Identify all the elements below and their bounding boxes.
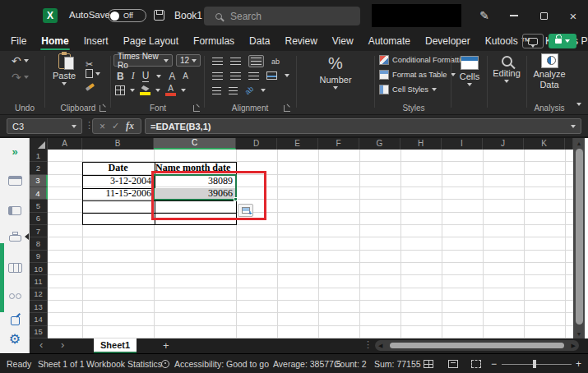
underline-button[interactable]: U [142, 70, 150, 82]
cell-b4[interactable]: 11-15-2006 [82, 187, 151, 200]
maximize-button[interactable] [530, 0, 558, 31]
col-header-d[interactable]: D [236, 138, 277, 150]
font-name-select[interactable]: Times New Ro [113, 54, 173, 67]
tab-file[interactable]: File [3, 31, 34, 51]
prev-sheet-button[interactable]: ‹ [39, 338, 43, 353]
enter-formula-button[interactable]: ✓ [112, 121, 119, 131]
scroll-up-icon[interactable]: ▲ [573, 138, 585, 148]
merge-center-menu[interactable] [285, 74, 289, 77]
close-button[interactable]: × [559, 0, 587, 31]
clipboard-dialog-launcher[interactable] [100, 105, 106, 112]
align-center-button[interactable] [230, 72, 241, 80]
next-sheet-button[interactable]: › [61, 338, 64, 353]
middle-align-button[interactable] [230, 58, 241, 65]
cells-button[interactable]: Cells [453, 56, 486, 86]
borders-menu[interactable] [130, 89, 135, 92]
autofill-options-button[interactable] [238, 204, 253, 217]
top-align-button[interactable] [212, 58, 223, 65]
grow-font-button[interactable]: A [169, 71, 175, 82]
pane-scroll-indicator[interactable] [0, 243, 4, 312]
insert-function-button[interactable]: fx [126, 120, 134, 132]
scroll-right-icon[interactable]: ▶ [572, 343, 576, 349]
gear-icon[interactable]: ⚙ [5, 329, 25, 348]
vertical-scrollbar[interactable]: ▲ ▼ [573, 138, 585, 338]
tab-automate[interactable]: Automate [361, 31, 418, 51]
name-box[interactable]: C3 [7, 118, 82, 134]
tab-developer[interactable]: Developer [418, 31, 478, 51]
fill-color-menu[interactable] [155, 89, 160, 92]
column-list-icon[interactable] [5, 258, 25, 278]
cell-styles-button[interactable]: Cell Styles [379, 85, 437, 94]
accessibility-status[interactable]: Accessibility: Good to go [174, 354, 269, 373]
tab-page-layout[interactable]: Page Layout [116, 31, 186, 51]
col-header-j[interactable]: J [483, 138, 524, 150]
col-header-e[interactable]: E [277, 138, 318, 150]
search-input[interactable]: Search [204, 7, 360, 25]
share-button[interactable] [549, 34, 576, 48]
format-painter-button[interactable] [86, 85, 95, 89]
worksheet-pane-icon[interactable] [5, 171, 25, 191]
borders-icon[interactable] [115, 85, 125, 95]
page-layout-view-button[interactable] [448, 360, 458, 368]
bookmark-pane-icon[interactable] [5, 200, 25, 220]
wrap-text-button[interactable]: ab [271, 58, 280, 66]
tab-view[interactable]: View [325, 31, 361, 51]
page-break-view-button[interactable] [471, 360, 481, 368]
expand-pane-button[interactable]: » [5, 141, 25, 161]
vertical-scroll-thumb[interactable] [576, 149, 583, 325]
orientation-menu[interactable] [261, 89, 266, 92]
undo-button[interactable]: ↶ [12, 54, 29, 67]
row-header-14[interactable]: 14 [30, 313, 48, 325]
font-color-button[interactable]: A [165, 85, 176, 96]
row-header-5[interactable]: 5 [30, 200, 48, 212]
col-header-k[interactable]: K [524, 138, 565, 150]
add-sheet-button[interactable]: + [163, 339, 169, 352]
autosave-toggle[interactable]: Off [108, 9, 146, 22]
save-icon[interactable] [154, 10, 164, 21]
col-header-i[interactable]: I [442, 138, 483, 150]
decrease-indent-button[interactable] [212, 87, 221, 94]
row-header-12[interactable]: 12 [30, 288, 48, 301]
tab-data[interactable]: Data [242, 31, 277, 51]
col-header-f[interactable]: F [318, 138, 359, 150]
cancel-formula-button[interactable]: × [100, 121, 105, 132]
zoom-slider-thumb[interactable] [533, 360, 536, 368]
tab-review[interactable]: Review [277, 31, 324, 51]
cell-b2[interactable]: Date [82, 162, 154, 174]
formula-input[interactable]: =EDATE(B3,1) [145, 118, 581, 134]
row-header-6[interactable]: 6 [30, 213, 48, 225]
collapse-ribbon-button[interactable] [576, 94, 581, 109]
col-header-h[interactable]: H [400, 138, 442, 150]
scroll-down-icon[interactable]: ▼ [573, 329, 585, 338]
copy-button[interactable] [86, 69, 100, 78]
row-header-10[interactable]: 10 [30, 263, 48, 275]
row-header-15[interactable]: 15 [30, 326, 48, 338]
sheet-tab-sheet1[interactable]: Sheet1 [94, 338, 137, 353]
workbook-statistics[interactable]: Workbook Statistics [86, 354, 162, 373]
tabbar-grip-icon[interactable]: ⋮ [363, 339, 373, 350]
zoom-slider-track[interactable] [502, 364, 572, 365]
scroll-left-icon[interactable]: ◀ [378, 343, 382, 349]
editing-button[interactable]: Editing [489, 56, 524, 83]
tab-formulas[interactable]: Formulas [186, 31, 242, 51]
row-header-9[interactable]: 9 [30, 251, 48, 263]
align-right-button[interactable] [248, 72, 259, 80]
font-color-menu[interactable] [181, 89, 186, 92]
row-header-13[interactable]: 13 [30, 301, 48, 313]
col-header-g[interactable]: G [359, 138, 400, 150]
collapse-pane-arrow-icon[interactable] [25, 233, 29, 240]
col-header-b[interactable]: B [82, 138, 154, 150]
zoom-in-button[interactable]: + [576, 354, 581, 373]
orientation-button[interactable]: ab [243, 85, 255, 96]
open-external-icon[interactable] [5, 311, 25, 330]
horizontal-scroll-thumb[interactable] [390, 343, 564, 348]
col-header-c[interactable]: C [154, 138, 236, 150]
row-header-11[interactable]: 11 [30, 275, 48, 288]
bottom-align-button[interactable] [248, 55, 264, 67]
cell-b3[interactable]: 3-12-2004 [82, 175, 151, 187]
number-format-button[interactable]: % Number [299, 54, 372, 90]
col-header-a[interactable]: A [48, 138, 82, 150]
underline-menu[interactable] [156, 75, 161, 78]
worksheet-grid[interactable]: A B C D E F G H I J K 1 2 3 4 5 6 7 8 9 … [30, 138, 588, 338]
row-header-4[interactable]: 4 [30, 187, 48, 200]
